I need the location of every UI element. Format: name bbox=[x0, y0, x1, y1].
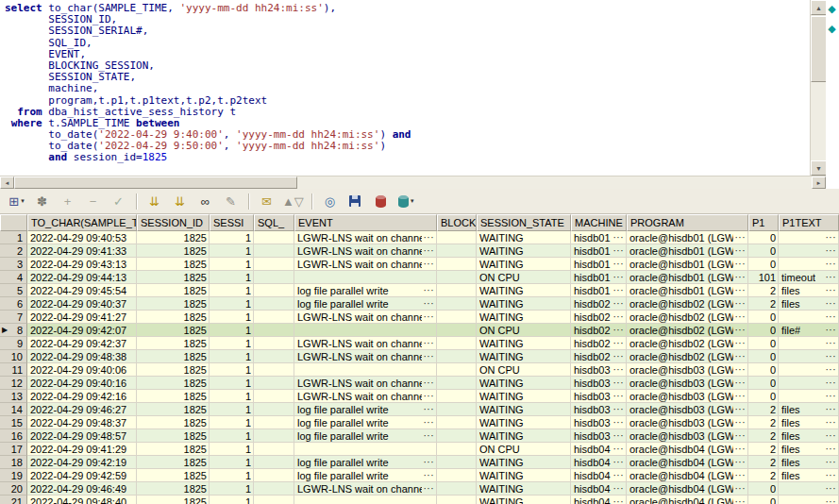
column-header-program[interactable]: PROGRAM bbox=[627, 214, 748, 231]
cell-session_id[interactable]: 1825 bbox=[137, 244, 210, 258]
cell-ellipsis-button[interactable]: ··· bbox=[824, 259, 837, 269]
cell-ellipsis-button[interactable]: ··· bbox=[824, 298, 837, 309]
cell-program[interactable]: oracle@hisdb01 (LGWR)··· bbox=[627, 271, 748, 284]
row-number-cell[interactable]: ▶8 bbox=[0, 324, 27, 337]
cell-program[interactable]: oracle@hisdb04 (LGWR)··· bbox=[627, 443, 748, 456]
cell-blocking_session[interactable] bbox=[437, 337, 477, 350]
cell-p1text[interactable]: files··· bbox=[779, 297, 839, 311]
cell-session_id[interactable]: 1825 bbox=[137, 258, 210, 271]
row-number-cell[interactable]: 2 bbox=[0, 244, 27, 258]
cell-event[interactable]: LGWR-LNS wait on channel··· bbox=[294, 311, 437, 324]
cell-p1text[interactable]: ··· bbox=[779, 363, 839, 377]
cell-p1[interactable]: 101 bbox=[748, 271, 779, 284]
row-number-cell[interactable]: 21 bbox=[0, 496, 27, 504]
cell-ellipsis-button[interactable]: ··· bbox=[824, 245, 837, 256]
row-number-cell[interactable]: 13 bbox=[0, 390, 27, 403]
cell-program[interactable]: oracle@hisdb03 (LGWR)··· bbox=[627, 377, 748, 390]
delete-record-button[interactable]: − bbox=[81, 191, 105, 212]
cell-ellipsis-button[interactable]: ··· bbox=[733, 430, 747, 441]
scroll-left-arrow-icon[interactable]: ◄ bbox=[0, 176, 14, 189]
column-header-sample_time[interactable]: TO_CHAR(SAMPLE_T bbox=[27, 214, 137, 231]
table-row[interactable]: 152022-04-29 09:48:3718251log file paral… bbox=[0, 416, 839, 429]
row-number-cell[interactable]: 12 bbox=[0, 377, 27, 390]
cell-p1text[interactable]: timeout··· bbox=[779, 271, 839, 284]
cell-ellipsis-button[interactable]: ··· bbox=[422, 457, 435, 467]
cell-p1[interactable]: 0 bbox=[748, 377, 779, 390]
table-row[interactable]: 212022-04-29 09:48:4018251WAITINGhisdb04… bbox=[0, 496, 839, 504]
cell-ellipsis-button[interactable]: ··· bbox=[733, 496, 747, 504]
cell-machine[interactable]: hisdb02··· bbox=[571, 311, 627, 324]
cell-session_id[interactable]: 1825 bbox=[137, 443, 210, 456]
cell-event[interactable] bbox=[294, 271, 437, 284]
bookmark-top-button[interactable]: ◆ bbox=[826, 3, 838, 15]
cell-program[interactable]: oracle@hisdb03 (LGWR)··· bbox=[627, 403, 748, 416]
row-number-cell[interactable]: 9 bbox=[0, 337, 27, 350]
cell-session_id[interactable]: 1825 bbox=[137, 284, 210, 297]
table-row[interactable]: 102022-04-29 09:48:3818251LGWR-LNS wait … bbox=[0, 350, 839, 363]
cell-blocking_session[interactable] bbox=[437, 377, 477, 390]
cell-blocking_session[interactable] bbox=[437, 271, 477, 284]
cell-session_serial[interactable]: 1 bbox=[210, 456, 254, 469]
table-row[interactable]: 182022-04-29 09:42:1918251log file paral… bbox=[0, 456, 839, 469]
cell-ellipsis-button[interactable]: ··· bbox=[612, 259, 625, 269]
cell-sample_time[interactable]: 2022-04-29 09:40:06 bbox=[27, 363, 137, 377]
cell-p1[interactable]: 0 bbox=[748, 482, 779, 496]
column-header-p1text[interactable]: P1TEXT bbox=[779, 214, 839, 231]
cell-session_state[interactable]: ON CPU bbox=[477, 363, 571, 377]
bookmark-bottom-button[interactable]: ◆ bbox=[826, 23, 838, 35]
cell-p1[interactable]: 2 bbox=[748, 469, 779, 482]
cell-ellipsis-button[interactable]: ··· bbox=[733, 404, 747, 414]
fetch-next-page-button[interactable]: ⇊ bbox=[143, 191, 166, 212]
row-number-cell[interactable]: 18 bbox=[0, 456, 27, 469]
cell-program[interactable]: oracle@hisdb03 (LGWR)··· bbox=[627, 363, 748, 377]
cell-machine[interactable]: hisdb02··· bbox=[571, 337, 627, 350]
cell-machine[interactable]: hisdb03··· bbox=[571, 377, 627, 390]
cell-ellipsis-button[interactable]: ··· bbox=[733, 338, 747, 348]
cell-session_state[interactable]: WAITING bbox=[477, 390, 571, 403]
cell-p1[interactable]: 0 bbox=[748, 363, 779, 377]
cell-session_id[interactable]: 1825 bbox=[137, 390, 210, 403]
editor-horizontal-scrollbar[interactable]: ◄ ► bbox=[0, 176, 826, 189]
cell-event[interactable]: LGWR-LNS wait on channel··· bbox=[294, 390, 437, 403]
cell-session_id[interactable]: 1825 bbox=[137, 469, 210, 482]
row-number-cell[interactable]: 16 bbox=[0, 429, 27, 443]
cell-ellipsis-button[interactable]: ··· bbox=[733, 298, 747, 309]
column-header-blocking_session[interactable]: BLOCK bbox=[437, 214, 477, 231]
cell-session_serial[interactable]: 1 bbox=[210, 244, 254, 258]
cell-session_state[interactable]: WAITING bbox=[477, 311, 571, 324]
cell-session_serial[interactable]: 1 bbox=[210, 363, 254, 377]
cell-machine[interactable]: hisdb02··· bbox=[571, 324, 627, 337]
cell-ellipsis-button[interactable]: ··· bbox=[422, 378, 435, 388]
report-database-button[interactable]: ▾ bbox=[394, 191, 418, 212]
cell-ellipsis-button[interactable]: ··· bbox=[422, 404, 435, 414]
table-row[interactable]: 32022-04-29 09:43:1318251LGWR-LNS wait o… bbox=[0, 258, 839, 271]
cell-ellipsis-button[interactable]: ··· bbox=[612, 378, 625, 388]
cell-session_state[interactable]: WAITING bbox=[477, 496, 571, 504]
table-row[interactable]: 202022-04-29 09:46:4918251LGWR-LNS wait … bbox=[0, 482, 839, 496]
cell-p1text[interactable]: ··· bbox=[779, 311, 839, 324]
cell-sample_time[interactable]: 2022-04-29 09:42:59 bbox=[27, 469, 137, 482]
cell-session_state[interactable]: WAITING bbox=[477, 482, 571, 496]
sort-button[interactable]: ▲▽ bbox=[280, 191, 306, 212]
table-row[interactable]: 162022-04-29 09:48:5718251log file paral… bbox=[0, 429, 839, 443]
cell-ellipsis-button[interactable]: ··· bbox=[733, 470, 747, 480]
cell-program[interactable]: oracle@hisdb01 (LGWR)··· bbox=[627, 258, 748, 271]
row-number-cell[interactable]: 19 bbox=[0, 469, 27, 482]
column-header-machine[interactable]: MACHINE bbox=[571, 214, 627, 231]
cell-session_id[interactable]: 1825 bbox=[137, 350, 210, 363]
cell-session_serial[interactable]: 1 bbox=[210, 284, 254, 297]
cell-blocking_session[interactable] bbox=[437, 258, 477, 271]
cell-program[interactable]: oracle@hisdb04 (LGWR)··· bbox=[627, 496, 748, 504]
cell-program[interactable]: oracle@hisdb03 (LGWR)··· bbox=[627, 390, 748, 403]
cell-event[interactable]: log file parallel write··· bbox=[294, 429, 437, 443]
cell-sample_time[interactable]: 2022-04-29 09:40:16 bbox=[27, 377, 137, 390]
cell-sql_id[interactable] bbox=[254, 403, 294, 416]
cell-sample_time[interactable]: 2022-04-29 09:46:49 bbox=[27, 482, 137, 496]
cell-program[interactable]: oracle@hisdb01 (LGWR)··· bbox=[627, 284, 748, 297]
cell-session_state[interactable]: ON CPU bbox=[477, 271, 571, 284]
cell-ellipsis-button[interactable]: ··· bbox=[824, 417, 837, 428]
cell-program[interactable]: oracle@hisdb01 (LGWR)··· bbox=[627, 244, 748, 258]
cell-p1text[interactable]: files··· bbox=[779, 469, 839, 482]
cell-session_state[interactable]: WAITING bbox=[477, 337, 571, 350]
cell-machine[interactable]: hisdb04··· bbox=[571, 469, 627, 482]
